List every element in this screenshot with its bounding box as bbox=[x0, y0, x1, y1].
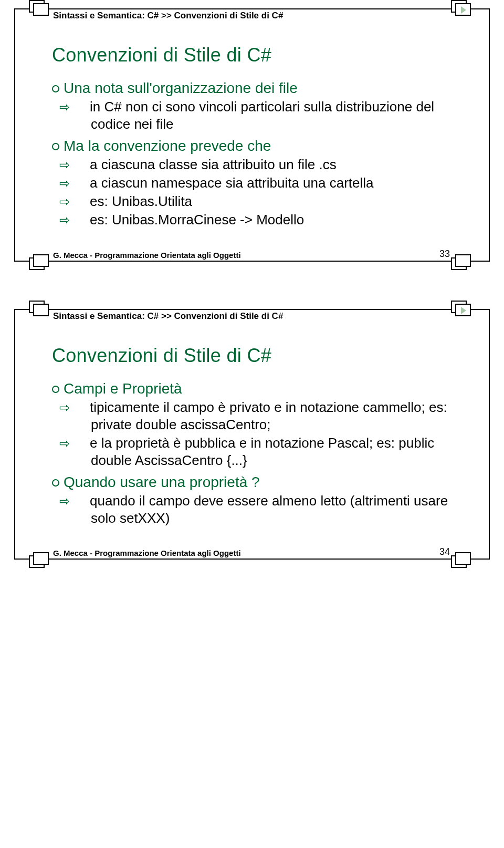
slide-34: Sintassi e Semantica: C# >> Convenzioni … bbox=[14, 309, 490, 560]
slide-header-row: Sintassi e Semantica: C# >> Convenzioni … bbox=[15, 310, 489, 331]
bullet-level2: ⇨es: Unibas.MorraCinese -> Modello bbox=[75, 211, 463, 229]
bullet-level2: ⇨quando il campo deve essere almeno lett… bbox=[75, 492, 463, 528]
bullet-level1: Quando usare una proprietà ? bbox=[52, 473, 463, 491]
slide-content: Convenzioni di Stile di C# Campi e Propr… bbox=[15, 331, 489, 541]
bullet-level1: Ma la convenzione prevede che bbox=[52, 137, 463, 155]
play-icon bbox=[461, 307, 466, 314]
bullet-level2: ⇨a ciascuna classe sia attribuito un fil… bbox=[75, 156, 463, 173]
arrow-right-icon: ⇨ bbox=[75, 400, 88, 416]
bullet-text: quando il campo deve essere almeno letto… bbox=[90, 493, 448, 526]
bullet-text: es: Unibas.MorraCinese -> Modello bbox=[90, 212, 304, 227]
slide-content: Convenzioni di Stile di C# Una nota sull… bbox=[15, 30, 489, 243]
bottom-notch-left bbox=[33, 254, 49, 267]
bullet-text: a ciascuna classe sia attribuito un file… bbox=[90, 157, 337, 172]
bullet-level2: ⇨in C# non ci sono vincoli particolari s… bbox=[75, 98, 463, 133]
bullet-level1: Una nota sull'organizzazione dei file bbox=[52, 79, 463, 97]
breadcrumb: Sintassi e Semantica: C# >> Convenzioni … bbox=[53, 311, 283, 322]
breadcrumb: Sintassi e Semantica: C# >> Convenzioni … bbox=[53, 11, 283, 21]
arrow-right-icon: ⇨ bbox=[75, 175, 88, 192]
bullet-text: in C# non ci sono vincoli particolari su… bbox=[90, 99, 434, 132]
page-number: 34 bbox=[439, 546, 450, 557]
nav-next-button[interactable] bbox=[455, 304, 471, 316]
circle-bullet-icon bbox=[52, 386, 59, 393]
footer-text: G. Mecca - Programmazione Orientata agli… bbox=[53, 549, 241, 557]
bullet-level2: ⇨tipicamente il campo è privato e in not… bbox=[75, 399, 463, 434]
page-number: 33 bbox=[439, 249, 450, 260]
circle-bullet-icon bbox=[52, 479, 59, 487]
nav-next-button[interactable] bbox=[455, 3, 471, 16]
bullet-text: a ciascun namespace sia attribuita una c… bbox=[90, 175, 374, 191]
bullet-text: Una nota sull'organizzazione dei file bbox=[64, 80, 298, 96]
bullet-text: Campi e Proprietà bbox=[64, 380, 182, 397]
slide-footer-row: G. Mecca - Programmazione Orientata agli… bbox=[15, 541, 489, 559]
arrow-right-icon: ⇨ bbox=[75, 212, 88, 229]
footer-text: G. Mecca - Programmazione Orientata agli… bbox=[53, 251, 241, 260]
bullet-text: e la proprietà è pubblica e in notazione… bbox=[90, 435, 434, 468]
slide-33: Sintassi e Semantica: C# >> Convenzioni … bbox=[14, 8, 490, 262]
bottom-notch-right bbox=[455, 552, 471, 565]
bullet-level1: Campi e Proprietà bbox=[52, 379, 463, 398]
slide-title: Convenzioni di Stile di C# bbox=[52, 345, 463, 367]
arrow-right-icon: ⇨ bbox=[75, 157, 88, 173]
bullet-text: tipicamente il campo è privato e in nota… bbox=[90, 399, 447, 432]
arrow-right-icon: ⇨ bbox=[75, 493, 88, 510]
bottom-notch-left bbox=[33, 552, 49, 565]
circle-bullet-icon bbox=[52, 143, 59, 150]
arrow-right-icon: ⇨ bbox=[75, 194, 88, 210]
slide-header-row: Sintassi e Semantica: C# >> Convenzioni … bbox=[15, 9, 489, 30]
top-notch-left bbox=[33, 3, 49, 16]
bullet-level2: ⇨e la proprietà è pubblica e in notazion… bbox=[75, 435, 463, 470]
slide-footer-row: G. Mecca - Programmazione Orientata agli… bbox=[15, 243, 489, 261]
slide-title: Convenzioni di Stile di C# bbox=[52, 44, 463, 66]
play-icon bbox=[461, 6, 466, 14]
bullet-level2: ⇨es: Unibas.Utilita bbox=[75, 193, 463, 210]
bottom-notch-right bbox=[455, 254, 471, 267]
circle-bullet-icon bbox=[52, 85, 59, 92]
arrow-right-icon: ⇨ bbox=[75, 99, 88, 116]
bullet-text: Ma la convenzione prevede che bbox=[64, 138, 271, 154]
bullet-text: es: Unibas.Utilita bbox=[90, 193, 192, 209]
arrow-right-icon: ⇨ bbox=[75, 436, 88, 452]
top-notch-left bbox=[33, 304, 49, 316]
bullet-text: Quando usare una proprietà ? bbox=[64, 474, 260, 490]
bullet-level2: ⇨a ciascun namespace sia attribuita una … bbox=[75, 174, 463, 192]
